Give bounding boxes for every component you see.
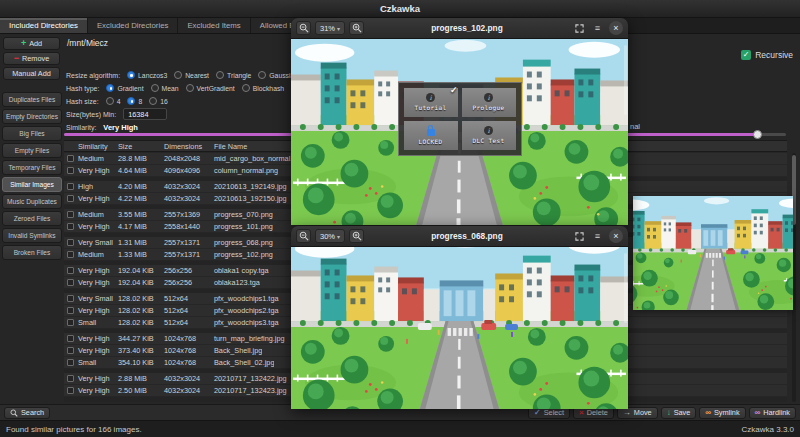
- size-cell: 128.02 KiB: [116, 294, 162, 303]
- manual-add-button[interactable]: Manual Add: [3, 67, 60, 80]
- zoom-in-button[interactable]: [349, 21, 364, 35]
- similarity-cell: Medium: [76, 210, 116, 219]
- row-checkbox[interactable]: [67, 267, 74, 274]
- filename-cell: Back_Shell.jpg: [212, 346, 262, 355]
- hash-type-option-mean[interactable]: Mean: [151, 84, 179, 92]
- fullscreen-icon[interactable]: [573, 22, 586, 35]
- row-checkbox[interactable]: [67, 155, 74, 162]
- close-icon[interactable]: ×: [609, 229, 623, 243]
- included-directory-path[interactable]: /mnt/Miecz: [67, 38, 108, 48]
- search-button[interactable]: Search: [4, 407, 50, 419]
- zoom-level-dropdown[interactable]: 31% ▾: [315, 21, 345, 35]
- filename-cell: turn_map_briefing.jpg: [212, 334, 285, 343]
- sidebar-item-duplicates-files[interactable]: Duplicates Files: [2, 92, 62, 107]
- sidebar-item-similar-images[interactable]: Similar Images: [2, 177, 62, 192]
- row-checkbox[interactable]: [67, 307, 74, 314]
- row-checkbox[interactable]: [67, 319, 74, 326]
- hash-type-option-vertgradient[interactable]: VertGradient: [186, 84, 235, 92]
- column-header-size[interactable]: Size: [116, 142, 162, 151]
- dimensions-cell: 256x256: [162, 278, 212, 287]
- game-menu-tile-prologue[interactable]: iPrologue: [462, 88, 516, 117]
- menu-icon[interactable]: ≡: [591, 22, 604, 35]
- row-checkbox[interactable]: [67, 279, 74, 286]
- menu-icon[interactable]: ≡: [591, 230, 604, 243]
- search-label: Search: [21, 408, 44, 417]
- hardlink-icon: ∞: [755, 409, 761, 417]
- chevron-down-icon: ▾: [337, 233, 340, 240]
- size-cell: 2.50 MiB: [116, 386, 162, 395]
- zoom-level-dropdown[interactable]: 30% ▾: [315, 229, 345, 243]
- row-checkbox[interactable]: [67, 223, 74, 230]
- column-header-dimensions[interactable]: Dimensions: [162, 142, 212, 151]
- hash-size-option-4[interactable]: 4: [106, 97, 121, 105]
- lock-icon: [427, 129, 435, 136]
- size-min-input[interactable]: 16384: [123, 108, 167, 120]
- sidebar-item-invalid-symlinks[interactable]: Invalid Symlinks: [2, 228, 62, 243]
- size-cell: 28.8 MiB: [116, 154, 162, 163]
- sidebar-item-zeroed-files[interactable]: Zeroed Files: [2, 211, 62, 226]
- sidebar-item-empty-files[interactable]: Empty Files: [2, 143, 62, 158]
- sidebar-item-big-files[interactable]: Big Files: [2, 126, 62, 141]
- hash-size-option-8[interactable]: 8: [127, 97, 142, 105]
- row-checkbox[interactable]: [67, 239, 74, 246]
- sidebar-item-music-duplicates[interactable]: Music Duplicates: [2, 194, 62, 209]
- recursive-option[interactable]: ✓ Recursive: [741, 50, 793, 60]
- row-checkbox[interactable]: [67, 295, 74, 302]
- recursive-checkbox[interactable]: ✓: [741, 50, 751, 60]
- tab-excluded-directories[interactable]: Excluded Directories: [88, 18, 179, 33]
- filename-cell: 20210613_192149.jpg: [212, 182, 287, 191]
- similarity-cell: Very High: [76, 374, 116, 383]
- row-checkbox[interactable]: [67, 359, 74, 366]
- resize-algorithm-option-lanczos3[interactable]: Lanczos3: [127, 71, 167, 79]
- remove-directory-button[interactable]: − Remove: [3, 52, 60, 65]
- add-directory-button[interactable]: + Add: [3, 37, 60, 50]
- option-label: VertGradient: [197, 85, 235, 92]
- viewer2-header[interactable]: 30% ▾ progress_068.png ≡ ×: [291, 226, 628, 247]
- hardlink-button[interactable]: ∞Hardlink: [749, 407, 796, 419]
- slider-handle[interactable]: [753, 130, 762, 139]
- option-label: Lanczos3: [138, 72, 167, 79]
- row-checkbox[interactable]: [67, 167, 74, 174]
- tab-excluded-items[interactable]: Excluded Items: [178, 18, 250, 33]
- filename-cell: pfx_woodchips2.tga: [212, 306, 279, 315]
- row-checkbox[interactable]: [67, 387, 74, 394]
- sidebar-item-temporary-files[interactable]: Temporary Files: [2, 160, 62, 175]
- hash-size-option-16[interactable]: 16: [149, 97, 168, 105]
- czkawka-window: Czkawka Included DirectoriesExcluded Dir…: [0, 0, 800, 437]
- viewer1-header[interactable]: 31% ▾ progress_102.png ≡ ×: [291, 18, 628, 39]
- fullscreen-icon[interactable]: [573, 230, 586, 243]
- hash-type-option-gradient[interactable]: Gradient: [106, 84, 143, 92]
- close-icon[interactable]: ×: [609, 21, 623, 35]
- save-button[interactable]: ↓Save: [661, 407, 697, 419]
- game-menu-tile-dlc-test[interactable]: iDLC Test: [462, 121, 516, 150]
- row-checkbox[interactable]: [67, 347, 74, 354]
- filename-cell: progress_070.png: [212, 210, 273, 219]
- viewer1-scrollbar[interactable]: [624, 45, 627, 115]
- game-menu-tile-tutorial[interactable]: iTutorial✓: [404, 88, 458, 117]
- viewer2-scrollbar[interactable]: [624, 253, 627, 323]
- action-label: Symlink: [714, 408, 740, 417]
- row-checkbox[interactable]: [67, 251, 74, 258]
- column-header-similarity[interactable]: Similarity: [76, 142, 116, 151]
- zoom-out-button[interactable]: [296, 21, 311, 35]
- row-checkbox[interactable]: [67, 375, 74, 382]
- row-checkbox[interactable]: [67, 195, 74, 202]
- row-checkbox[interactable]: [67, 211, 74, 218]
- resize-algorithm-option-triangle[interactable]: Triangle: [216, 71, 251, 79]
- tab-included-directories[interactable]: Included Directories: [0, 18, 88, 33]
- zoom-in-button[interactable]: [349, 229, 364, 243]
- size-min-label: Size(bytes) Min:: [66, 111, 116, 118]
- dimensions-cell: 2558x1440: [162, 222, 212, 231]
- resize-algorithm-option-nearest[interactable]: Nearest: [174, 71, 209, 79]
- viewer1-content: iTutorial✓iPrologueLOCKEDiDLC Test: [291, 39, 628, 225]
- sidebar-item-broken-files[interactable]: Broken Files: [2, 245, 62, 260]
- sidebar-item-empty-directories[interactable]: Empty Directories: [2, 109, 62, 124]
- titlebar[interactable]: Czkawka: [0, 0, 800, 18]
- image-viewer-window-2: 30% ▾ progress_068.png ≡ ×: [291, 226, 628, 409]
- row-checkbox[interactable]: [67, 335, 74, 342]
- game-menu-tile-locked[interactable]: LOCKED: [404, 121, 458, 150]
- row-checkbox[interactable]: [67, 183, 74, 190]
- symlink-button[interactable]: ∞Symlink: [699, 407, 745, 419]
- hash-type-option-blockhash[interactable]: Blockhash: [242, 84, 284, 92]
- zoom-out-button[interactable]: [296, 229, 311, 243]
